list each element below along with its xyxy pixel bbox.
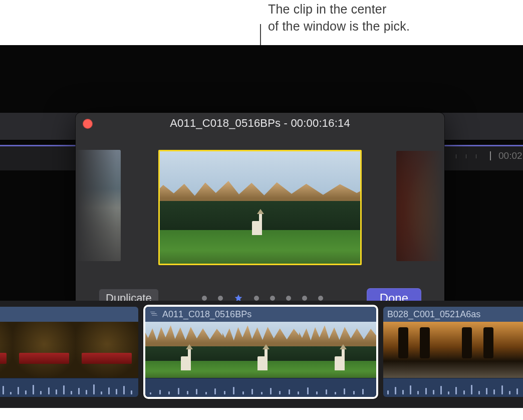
page-dot[interactable] [302,296,307,301]
clip-header[interactable]: A011_C018_0516BPs [145,307,376,322]
clip-audio-waveform[interactable] [0,378,138,397]
timeline-clip[interactable]: 0521MEbs [0,307,138,397]
audition-thumb-next[interactable] [396,151,444,261]
page-dot[interactable] [254,296,259,301]
page-dot[interactable] [270,296,275,301]
annotation-callout: The clip in the center of the window is … [0,0,523,45]
audition-window: A011_C018_0516BPs - 00:00:16:14 Duplicat… [76,113,444,323]
page-dot[interactable] [218,296,223,301]
page-dot[interactable] [318,296,323,301]
viewer-background: 00:02 A011_C018_0516BPs - 00:00:16:14 [0,45,523,301]
clip-filmstrip[interactable] [145,322,376,378]
audition-titlebar[interactable]: A011_C018_0516BPs - 00:00:16:14 [76,113,444,134]
clip-audio-waveform[interactable] [145,378,376,397]
page-bottom-edge [0,408,523,420]
clip-name: B028_C001_0521A6as [387,309,480,320]
clip-header[interactable]: 0521MEbs [0,307,138,322]
audition-title: A011_C018_0516BPs - 00:00:16:14 [170,117,350,130]
page-dot[interactable] [286,296,291,301]
close-icon[interactable] [83,119,93,129]
audition-carousel[interactable] [76,134,444,273]
clip-filmstrip[interactable] [0,322,138,378]
page-dot[interactable] [202,296,207,301]
clip-header[interactable]: B028_C001_0521A6as [383,307,523,322]
ruler-timecode: 00:02 [498,150,522,161]
annotation-text: The clip in the center of the window is … [268,1,410,35]
timeline-clip[interactable]: B028_C001_0521A6as [383,307,523,397]
audition-thumb-prev[interactable] [76,150,121,261]
pick-thumbnail-image [160,151,360,264]
clip-name: A011_C018_0516BPs [162,309,251,320]
audition-thumb-pick[interactable] [158,150,362,265]
clip-audio-waveform[interactable] [383,378,523,397]
timeline[interactable]: 0521MEbs [0,301,523,412]
audition-badge-icon [149,310,159,318]
timeline-clip[interactable]: A011_C018_0516BPs [145,307,376,397]
clip-filmstrip[interactable] [383,322,523,378]
